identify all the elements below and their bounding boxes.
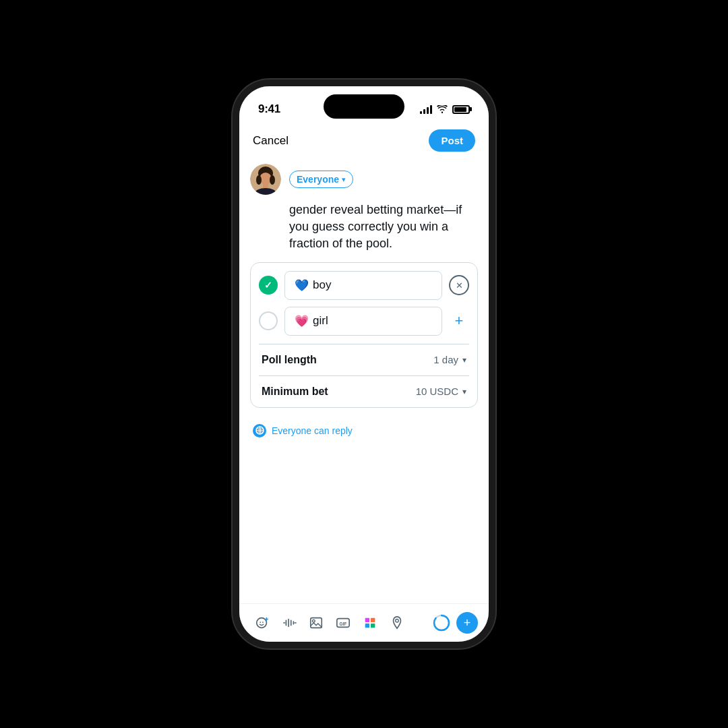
remove-x-icon: ✕ bbox=[456, 280, 463, 291]
svg-text:GIF: GIF bbox=[340, 621, 347, 626]
svg-point-5 bbox=[256, 175, 262, 185]
audience-label: Everyone bbox=[297, 174, 339, 185]
poll-length-row[interactable]: Poll length 1 day ▾ bbox=[251, 344, 477, 375]
power-button[interactable] bbox=[495, 211, 495, 265]
minimum-bet-value: 10 USDC bbox=[416, 386, 458, 397]
everyone-can-reply[interactable]: Everyone can reply bbox=[239, 415, 489, 447]
gif-button[interactable]: GIF bbox=[331, 611, 355, 635]
content-area: Everyone ▾ gender reveal betting market—… bbox=[239, 158, 489, 603]
svg-point-10 bbox=[262, 621, 264, 623]
poll-card: ✓ 💙 boy ✕ 💗 bbox=[250, 262, 478, 408]
poll-option-2-input[interactable]: 💗 girl bbox=[284, 307, 442, 336]
svg-rect-11 bbox=[311, 618, 322, 628]
tweet-text-area: gender reveal betting market—if you gues… bbox=[250, 202, 478, 253]
minimum-bet-chevron-icon: ▾ bbox=[462, 387, 466, 396]
post-button[interactable]: Post bbox=[429, 129, 475, 152]
svg-point-12 bbox=[313, 619, 315, 622]
minimum-bet-value-container[interactable]: 10 USDC ▾ bbox=[416, 386, 466, 397]
poll-option-1-input[interactable]: 💙 boy bbox=[284, 271, 442, 300]
svg-point-21 bbox=[434, 615, 449, 630]
poll-option-1-row: ✓ 💙 boy ✕ bbox=[259, 271, 469, 300]
svg-rect-17 bbox=[365, 624, 369, 628]
option1-text: boy bbox=[313, 278, 331, 292]
poll-length-value: 1 day bbox=[433, 354, 458, 365]
option2-text: girl bbox=[313, 314, 328, 328]
svg-rect-15 bbox=[365, 618, 369, 622]
toolbar-right: + bbox=[432, 612, 478, 634]
status-bar: 9:41 bbox=[239, 86, 489, 123]
status-icons bbox=[420, 104, 470, 114]
remove-option-1-button[interactable]: ✕ bbox=[449, 275, 469, 295]
option1-emoji: 💙 bbox=[295, 278, 309, 293]
chevron-down-icon: ▾ bbox=[342, 175, 346, 184]
signal-icon bbox=[420, 104, 432, 114]
option2-emoji: 💗 bbox=[295, 314, 309, 328]
signal-bar-2 bbox=[423, 109, 425, 114]
svg-point-19 bbox=[396, 619, 399, 623]
radio-unchecked-icon[interactable] bbox=[259, 311, 278, 330]
signal-bar-1 bbox=[420, 111, 422, 114]
minimum-bet-label: Minimum bet bbox=[262, 386, 328, 398]
battery-fill bbox=[454, 107, 466, 112]
header: Cancel Post bbox=[239, 123, 489, 158]
status-time: 9:41 bbox=[258, 102, 280, 116]
toolbar: GIF bbox=[239, 603, 489, 642]
user-row: Everyone ▾ bbox=[250, 164, 478, 195]
add-content-button[interactable]: + bbox=[456, 612, 478, 634]
phone-frame: 9:41 bbox=[233, 80, 495, 648]
battery-icon bbox=[452, 105, 470, 114]
svg-point-6 bbox=[270, 175, 275, 185]
everyone-can-reply-text: Everyone can reply bbox=[272, 425, 353, 436]
dynamic-island bbox=[324, 94, 404, 119]
tweet-compose: Everyone ▾ gender reveal betting market—… bbox=[239, 164, 489, 262]
poll-options: ✓ 💙 boy ✕ 💗 bbox=[251, 263, 477, 344]
svg-point-9 bbox=[260, 621, 261, 623]
audio-button[interactable] bbox=[277, 611, 301, 635]
audience-pill[interactable]: Everyone ▾ bbox=[289, 171, 353, 188]
poll-option-2-row: 💗 girl + bbox=[259, 307, 469, 336]
signal-bar-4 bbox=[430, 105, 432, 114]
image-button[interactable] bbox=[304, 611, 328, 635]
avatar bbox=[250, 164, 281, 195]
toolbar-icons: GIF bbox=[250, 611, 409, 635]
character-count-circle bbox=[432, 613, 451, 632]
svg-rect-3 bbox=[263, 183, 268, 188]
layers-button[interactable] bbox=[358, 611, 382, 635]
svg-rect-16 bbox=[371, 618, 375, 622]
location-button[interactable] bbox=[385, 611, 409, 635]
cancel-button[interactable]: Cancel bbox=[253, 134, 289, 148]
minimum-bet-row[interactable]: Minimum bet 10 USDC ▾ bbox=[251, 376, 477, 407]
volume-up-button[interactable] bbox=[233, 211, 233, 251]
wifi-icon bbox=[437, 105, 448, 113]
poll-length-label: Poll length bbox=[262, 354, 317, 366]
emoji-plus-button[interactable] bbox=[250, 611, 274, 635]
tweet-text[interactable]: gender reveal betting market—if you gues… bbox=[289, 202, 478, 253]
globe-icon bbox=[253, 424, 266, 437]
poll-length-chevron-icon: ▾ bbox=[462, 355, 466, 365]
add-option-button[interactable]: + bbox=[449, 311, 469, 331]
radio-checked-icon[interactable]: ✓ bbox=[259, 276, 278, 295]
volume-down-button[interactable] bbox=[233, 258, 233, 299]
poll-length-value-container[interactable]: 1 day ▾ bbox=[433, 354, 466, 365]
signal-bar-3 bbox=[427, 107, 429, 114]
checkmark-icon: ✓ bbox=[264, 280, 272, 291]
svg-rect-18 bbox=[371, 624, 375, 628]
screen: 9:41 bbox=[239, 86, 489, 642]
